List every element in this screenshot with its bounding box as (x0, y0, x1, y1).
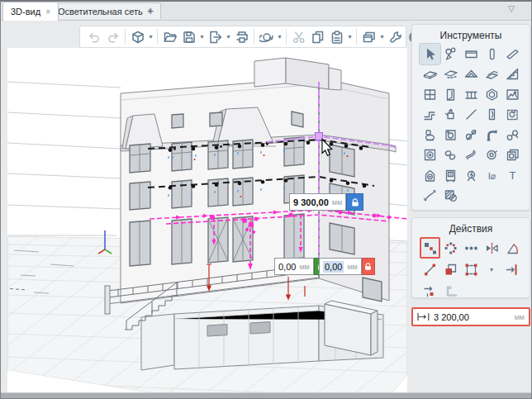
toolbar-separator (286, 29, 287, 45)
svg-text:I⌀: I⌀ (487, 170, 496, 180)
redo-button[interactable] (103, 28, 122, 46)
new-tab-button[interactable]: + (143, 3, 158, 18)
tool-pipe-accessory[interactable] (461, 125, 482, 145)
tools-panel: Инструменты (411, 24, 530, 211)
tool-pipe-fitting[interactable] (502, 125, 523, 145)
action-move[interactable] (420, 259, 440, 280)
tool-marker[interactable] (440, 44, 461, 64)
tool-hatch[interactable] (440, 186, 461, 207)
tool-wiring-accessory[interactable] (461, 165, 482, 186)
tool-pump[interactable] (440, 105, 461, 126)
tool-drawing-view[interactable] (502, 84, 523, 105)
tool-stairs[interactable] (502, 64, 523, 85)
dim-unit: мм (332, 198, 342, 207)
tool-sanitary-fixture[interactable] (420, 125, 440, 145)
action-linear-array[interactable] (461, 237, 482, 259)
paste-button[interactable] (327, 28, 346, 46)
offset-unit: мм (515, 313, 525, 321)
action-mirror[interactable] (482, 237, 502, 259)
action-corner[interactable] (440, 280, 461, 302)
tool-equipment[interactable] (440, 125, 461, 145)
orbit-button[interactable] (257, 28, 276, 46)
action-move-by-points[interactable] (420, 237, 440, 259)
tool-floor[interactable] (420, 64, 440, 85)
tool-select[interactable] (420, 44, 440, 64)
dim-value[interactable]: 9 300,00 (293, 197, 329, 207)
svg-text:T: T (509, 169, 515, 182)
export-button[interactable] (206, 28, 225, 46)
tools-grid: А I⌀ T (412, 44, 530, 206)
paste-dropdown-icon[interactable]: ▾ (346, 33, 354, 40)
tool-railing[interactable] (461, 84, 482, 105)
tool-room[interactable] (482, 84, 502, 105)
windows-button[interactable] (359, 28, 378, 46)
tool-round-duct[interactable] (482, 145, 502, 166)
action-attach[interactable] (420, 280, 440, 302)
tool-duct-elbow[interactable] (420, 105, 440, 126)
tool-air-handler[interactable] (502, 145, 523, 166)
tool-window[interactable] (420, 84, 440, 105)
export-dropdown-icon[interactable]: ▾ (225, 33, 232, 40)
copy-button[interactable] (308, 28, 327, 46)
action-more-dropdown[interactable]: ▾ (482, 259, 502, 280)
tool-duct[interactable] (461, 145, 482, 166)
tool-text[interactable]: T (502, 165, 523, 186)
tool-opening[interactable] (482, 105, 502, 126)
open-button[interactable] (160, 28, 179, 46)
settings-wrench-button[interactable] (386, 28, 405, 46)
tab-close-icon[interactable]: × (45, 7, 50, 17)
tool-route[interactable] (420, 186, 440, 207)
tool-assembly[interactable] (502, 105, 523, 126)
offset-input-field[interactable]: 3 200,00 мм (411, 307, 530, 326)
unlock-icon[interactable] (346, 193, 363, 211)
action-rotate[interactable] (502, 237, 523, 259)
actions-panel-title: Действия (412, 218, 530, 237)
collapse-panel-icon[interactable]: ▽ (508, 4, 515, 13)
tool-ramp[interactable] (482, 64, 502, 85)
action-scale[interactable] (461, 259, 482, 280)
save-dropdown-icon[interactable]: ▾ (198, 33, 206, 40)
offset-dimension-icon (417, 312, 430, 321)
tool-pipe-elbow[interactable] (482, 125, 502, 145)
dim-box-height[interactable]: 9 300,00мм (289, 193, 363, 211)
tab-bar: 3D-вид × Осветительная сеть × + ▽ (1, 2, 532, 21)
tool-luminaire[interactable] (420, 165, 440, 186)
dim-value[interactable]: 0,00 (323, 261, 344, 273)
save-button[interactable] (179, 28, 198, 46)
tool-electric-panel[interactable]: А (440, 165, 461, 186)
print-button[interactable] (232, 28, 251, 46)
dim-value[interactable]: 0,00 (278, 262, 296, 272)
toolbar-separator (254, 29, 254, 45)
tool-door[interactable] (440, 84, 461, 105)
dim-unit: мм (347, 263, 357, 271)
tool-column[interactable] (482, 44, 502, 64)
tool-air-terminal[interactable] (420, 145, 440, 166)
actions-panel: Действия ▾ (411, 217, 530, 298)
dim-box-y[interactable]: 0,00мм (319, 258, 375, 275)
undo-button[interactable] (84, 28, 103, 46)
action-extend[interactable] (502, 259, 523, 280)
orbit-dropdown-icon[interactable]: ▾ (276, 33, 283, 40)
offset-value[interactable]: 3 200,00 (434, 312, 511, 322)
cut-button[interactable] (289, 28, 308, 46)
tool-ceiling[interactable] (440, 64, 461, 85)
tool-beam[interactable] (502, 44, 523, 64)
view-cube-dropdown-icon[interactable]: ▾ (147, 33, 154, 40)
tools-panel-title: Инструменты (412, 25, 530, 44)
toolbar-separator (125, 29, 126, 45)
viewport-3d[interactable]: 9 300,00мм 0,00мм 0,00мм (7, 48, 407, 393)
tool-dimension[interactable]: I⌀ (482, 165, 502, 186)
action-circular-array[interactable] (440, 237, 461, 259)
tab-3d-view[interactable]: 3D-вид × (2, 2, 59, 21)
main-toolbar: ▾ ▾ ▾ ▾ ▾ ▾ ? (79, 26, 406, 48)
tool-wall[interactable] (461, 44, 482, 64)
more-actions-caret: ▾ (488, 266, 496, 273)
scene-3d (7, 48, 407, 393)
tool-roof[interactable] (461, 64, 482, 85)
tool-axis-line[interactable] (461, 105, 482, 126)
tool-pipe-fittings[interactable] (440, 145, 461, 166)
action-copy[interactable] (440, 259, 461, 280)
unlock-icon[interactable] (362, 258, 375, 275)
view-cube-button[interactable] (128, 28, 147, 46)
windows-dropdown-icon[interactable]: ▾ (378, 33, 386, 40)
